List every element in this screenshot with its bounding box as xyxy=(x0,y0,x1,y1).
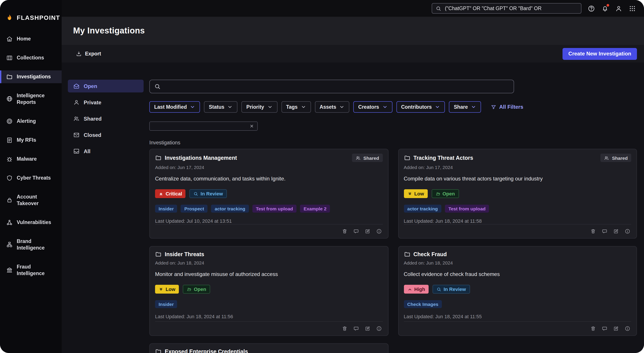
info-button[interactable] xyxy=(376,326,382,332)
tag-chip[interactable]: Test from upload xyxy=(445,205,489,213)
folder-icon xyxy=(404,154,410,161)
view-tab-shared[interactable]: Shared xyxy=(68,112,144,125)
global-search-input[interactable] xyxy=(444,5,578,11)
page-header: My Investigations xyxy=(62,17,644,45)
view-tab-all[interactable]: All xyxy=(68,145,144,158)
tag-chip[interactable]: Insider xyxy=(155,205,177,213)
brand-name: FLASHPOINT xyxy=(17,14,60,21)
filter-value-input[interactable] xyxy=(153,123,248,129)
sidebar-item-brand-intelligence[interactable]: Brand Intelligence xyxy=(0,235,62,254)
filter-priority[interactable]: Priority xyxy=(242,101,278,113)
sidebar-item-intelligence-reports[interactable]: Intelligence Reports xyxy=(0,89,62,109)
delete-button[interactable] xyxy=(590,228,596,234)
chevrons-down-icon xyxy=(407,191,412,196)
people-icon xyxy=(73,115,80,122)
global-search[interactable] xyxy=(432,3,582,14)
view-tab-closed[interactable]: Closed xyxy=(68,128,144,141)
filter-value-box[interactable] xyxy=(149,121,258,131)
comment-icon xyxy=(353,326,359,332)
sidebar-item-label: Cyber Threats xyxy=(17,175,51,181)
filter-share[interactable]: Share xyxy=(449,101,481,113)
tag-chip[interactable]: Test from upload xyxy=(252,205,297,213)
create-new-investigation-button[interactable]: Create New Investigation xyxy=(563,48,637,60)
filter-status[interactable]: Status xyxy=(204,101,238,113)
edit-button[interactable] xyxy=(613,326,619,332)
tag-chip[interactable]: Check Images xyxy=(404,300,442,308)
notifications-button[interactable] xyxy=(601,4,609,12)
sidebar-item-label: My RFIs xyxy=(17,137,36,143)
status-badge: In Review xyxy=(190,189,227,198)
edit-button[interactable] xyxy=(364,326,370,332)
all-filters-button[interactable]: All Filters xyxy=(488,103,526,110)
sidebar-item-label: Malware xyxy=(17,156,37,162)
sidebar-item-vulnerabilities[interactable]: Vulnerabilities xyxy=(0,216,62,229)
edit-icon xyxy=(613,228,619,234)
tag-chip[interactable]: Insider xyxy=(155,300,177,308)
main-area: My Investigations Export Create New Inve… xyxy=(62,0,644,353)
investigation-card[interactable]: Tracking Threat ActorsSharedAdded on: Ju… xyxy=(398,149,637,239)
folder-open-icon xyxy=(187,287,192,292)
investigations-search[interactable] xyxy=(149,80,514,93)
sidebar-item-collections[interactable]: Collections xyxy=(0,51,62,64)
investigation-card[interactable]: Exposed Enterprise Credentials xyxy=(149,343,388,353)
card-description: Compile data on various threat actors ta… xyxy=(404,176,631,182)
comment-button[interactable] xyxy=(602,228,608,234)
sidebar-item-malware[interactable]: Malware xyxy=(0,153,62,165)
collections-icon xyxy=(6,54,13,61)
sidebar-item-account-takeover[interactable]: Account Takeover xyxy=(0,191,62,210)
chevrons-up-icon xyxy=(158,191,164,196)
investigation-card[interactable]: Check FraudAdded on: Jun 18, 2024Collect… xyxy=(398,246,637,336)
investigation-card[interactable]: Insider ThreatsAdded on: Jun 18, 2024Mon… xyxy=(149,246,388,336)
sidebar-item-label: Brand Intelligence xyxy=(17,238,56,251)
sidebar-item-my-rfis[interactable]: My RFIs xyxy=(0,134,62,147)
tag-chip[interactable]: actor tracking xyxy=(404,205,441,213)
edit-button[interactable] xyxy=(613,228,619,234)
all-filters-label: All Filters xyxy=(499,104,523,110)
delete-button[interactable] xyxy=(590,326,596,332)
filter-tags[interactable]: Tags xyxy=(281,101,311,113)
apps-button[interactable] xyxy=(628,4,636,12)
delete-button[interactable] xyxy=(342,228,347,234)
info-button[interactable] xyxy=(624,326,630,332)
app-grid-icon xyxy=(628,4,636,12)
edit-icon xyxy=(364,228,370,234)
investigation-card[interactable]: Investigations ManagementSharedAdded on:… xyxy=(149,149,388,239)
export-button[interactable]: Export xyxy=(73,50,104,57)
help-button[interactable] xyxy=(588,4,595,12)
comment-button[interactable] xyxy=(602,326,608,332)
comment-button[interactable] xyxy=(353,228,359,234)
view-tab-label: Closed xyxy=(84,132,101,138)
filter-label: Assets xyxy=(320,104,336,110)
card-title: Exposed Enterprise Credentials xyxy=(165,349,248,353)
mail-icon xyxy=(73,132,80,138)
sidebar-item-fraud-intelligence[interactable]: Fraud Intelligence xyxy=(0,260,62,280)
sidebar-item-alerting[interactable]: Alerting xyxy=(0,115,62,128)
filter-contributors[interactable]: Contributors xyxy=(396,101,445,113)
tag-chip[interactable]: Example 2 xyxy=(300,205,330,213)
shield-icon xyxy=(6,175,13,181)
investigations-search-input[interactable] xyxy=(164,83,509,90)
comment-button[interactable] xyxy=(353,326,359,332)
info-button[interactable] xyxy=(376,228,382,234)
view-tab-private[interactable]: Private xyxy=(68,96,144,109)
sidebar-item-investigations[interactable]: Investigations xyxy=(0,70,62,83)
filter-assets[interactable]: Assets xyxy=(315,101,349,113)
filter-label: Share xyxy=(454,104,468,110)
sidebar-item-home[interactable]: Home xyxy=(0,32,62,45)
view-tab-open[interactable]: Open xyxy=(68,80,144,92)
investigation-cards: Investigations ManagementSharedAdded on:… xyxy=(149,149,637,353)
tag-chip[interactable]: Prospect xyxy=(181,205,208,213)
filter-creators[interactable]: Creators xyxy=(354,101,392,113)
delete-button[interactable] xyxy=(342,326,347,332)
info-button[interactable] xyxy=(624,228,630,234)
export-label: Export xyxy=(85,51,101,56)
clear-filter-icon[interactable] xyxy=(249,124,254,128)
chevrons-down-icon xyxy=(158,287,164,292)
sidebar-item-cyber-threats[interactable]: Cyber Threats xyxy=(0,172,62,184)
tag-chip[interactable]: actor tracking xyxy=(211,205,249,213)
account-button[interactable] xyxy=(615,4,622,12)
priority-label: Critical xyxy=(166,191,182,196)
filter-label: Priority xyxy=(246,104,264,110)
edit-button[interactable] xyxy=(364,228,370,234)
filter-last-modified[interactable]: Last Modified xyxy=(149,101,200,113)
